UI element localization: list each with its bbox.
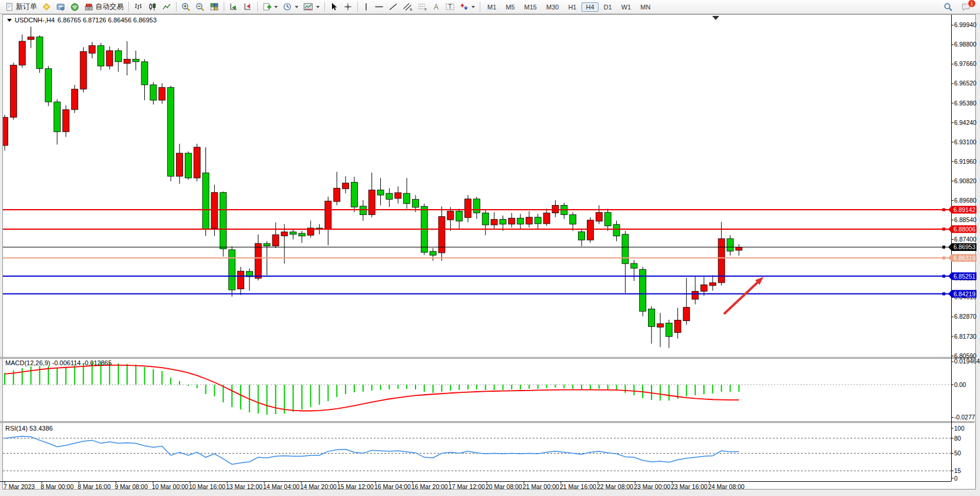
crosshair-icon (343, 2, 353, 11)
line-chart-icon (162, 2, 171, 11)
fibonacci-icon: F (417, 2, 427, 11)
horizontal-line-tool-button[interactable] (372, 1, 386, 12)
toolbar-separator (176, 2, 177, 12)
search-button[interactable] (941, 1, 955, 13)
chevron-down-icon (471, 6, 475, 8)
notification-badge: 1 (968, 0, 976, 8)
add-indicator-icon (263, 2, 271, 11)
vertical-line-icon (363, 2, 370, 11)
market-watch-icon (42, 2, 51, 11)
fibonacci-tool-button[interactable]: F (415, 1, 430, 12)
notifications-button[interactable]: 1 (959, 1, 974, 12)
horizontal-line-icon (374, 2, 384, 11)
channel-tool-button[interactable]: E (400, 1, 415, 12)
timeframe-m30[interactable]: M30 (542, 2, 563, 12)
text-label-icon: T (445, 2, 455, 11)
trendline-tool-button[interactable] (386, 1, 400, 12)
bar-chart-type-button[interactable] (131, 1, 145, 12)
timeframe-h1[interactable]: H1 (564, 2, 580, 12)
periods-button[interactable] (280, 1, 301, 12)
navigator-icon (56, 2, 65, 11)
channel-suffix-glyph: E (410, 8, 412, 11)
shapes-button[interactable] (457, 1, 477, 12)
clock-icon (283, 2, 292, 11)
candlestick-chart-type-button[interactable] (145, 1, 160, 12)
zoom-in-icon (181, 2, 191, 12)
chart-window[interactable] (2, 14, 976, 490)
vertical-line-tool-button[interactable] (360, 1, 372, 12)
chevron-down-icon[interactable] (7, 19, 12, 22)
search-icon (944, 2, 953, 12)
fibonacci-suffix-glyph: F (425, 8, 427, 11)
add-indicator-button[interactable] (260, 1, 280, 12)
toolbar-separator (357, 2, 358, 12)
chevron-down-icon (316, 6, 320, 8)
trendline-icon (388, 2, 398, 11)
toolbar-separator (224, 2, 224, 12)
line-chart-type-button[interactable] (160, 1, 174, 12)
new-order-button[interactable]: 新订单 (3, 1, 39, 13)
tile-windows-button[interactable] (207, 1, 221, 12)
toolbar-separator (257, 2, 258, 12)
chart-shift-button[interactable] (241, 1, 255, 12)
template-icon (303, 2, 313, 11)
timeframe-w1[interactable]: W1 (617, 2, 636, 12)
new-order-label: 新订单 (16, 2, 37, 12)
zoom-out-button[interactable] (193, 1, 207, 13)
cursor-button[interactable] (327, 1, 341, 12)
text-tool-icon: A (432, 2, 440, 11)
timeframe-d1[interactable]: D1 (600, 2, 616, 12)
template-button[interactable] (301, 1, 322, 12)
auto-scroll-button[interactable] (227, 1, 241, 12)
timeframe-m15[interactable]: M15 (520, 2, 541, 12)
timeframe-m5[interactable]: M5 (501, 2, 519, 12)
timeframe-h4[interactable]: H4 (582, 2, 598, 12)
auto-trading-label: 自动交易 (95, 2, 124, 12)
toolbar-separator (480, 2, 480, 12)
timeframe-mn[interactable]: MN (636, 2, 655, 12)
cursor-icon (330, 2, 338, 11)
chart-shift-icon (243, 2, 253, 11)
crosshair-button[interactable] (341, 1, 355, 12)
main-toolbar: 新订单 自动交易 (0, 0, 980, 14)
tile-windows-icon (210, 2, 219, 11)
market-watch-button[interactable] (39, 1, 54, 12)
auto-trading-icon (84, 2, 94, 11)
toolbar-separator (128, 2, 129, 12)
toolbar-separator (324, 2, 325, 12)
auto-trading-button[interactable]: 自动交易 (82, 1, 126, 13)
text-tool-glyph: A (434, 3, 438, 11)
signal-icon (70, 2, 79, 11)
zoom-out-icon (195, 2, 205, 12)
signal-button[interactable] (68, 1, 82, 12)
candlestick-chart-icon (148, 2, 157, 11)
auto-scroll-icon (229, 2, 238, 11)
new-order-icon (5, 2, 14, 11)
toolbar-right-group: 1 (941, 1, 977, 13)
chevron-down-icon (295, 6, 298, 8)
text-label-tool-button[interactable]: T (443, 1, 457, 12)
channel-icon: E (403, 2, 413, 11)
text-label-glyph: T (449, 4, 452, 10)
text-tool-button[interactable]: A (430, 1, 443, 12)
timeframe-m1[interactable]: M1 (483, 2, 500, 12)
zoom-in-button[interactable] (179, 1, 193, 13)
chart-ohlc-values: 6.86765 6.87126 6.86456 6.86953 (58, 16, 157, 24)
bar-chart-icon (134, 2, 143, 11)
arrows-icon (460, 2, 469, 11)
mt4-terminal: { "toolbar": { "new_order": "新订单", "auto… (0, 0, 980, 496)
chart-symbol-period: USDCNH-,H4 (15, 16, 55, 24)
navigator-button[interactable] (54, 1, 68, 12)
chart-title: USDCNH-,H4 6.86765 6.87126 6.86456 6.869… (7, 16, 157, 24)
chevron-down-icon (274, 6, 278, 8)
